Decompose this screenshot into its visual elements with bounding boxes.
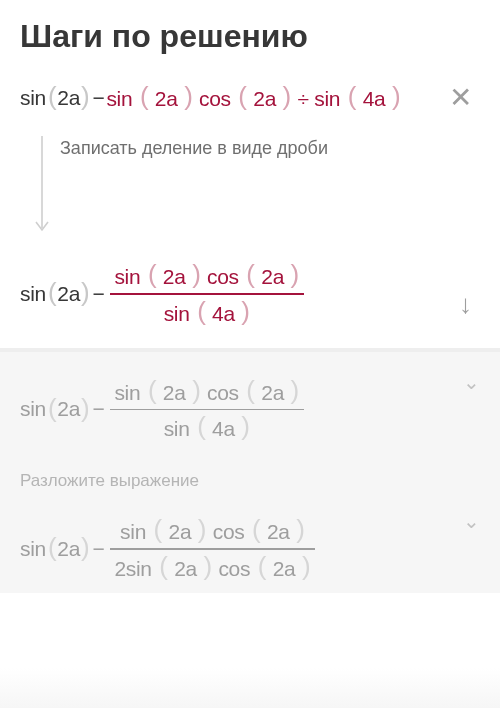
paren-open: ( (147, 375, 157, 405)
sin-fn: sin (114, 265, 140, 288)
arg-2a: 2a (163, 265, 186, 288)
cos-fn: cos (218, 557, 250, 580)
paren-open: ( (196, 411, 206, 441)
fraction-denominator: sin ( 4a ) (160, 410, 255, 445)
close-icon[interactable]: ✕ (441, 77, 480, 118)
paren-close: ) (290, 259, 300, 289)
chevron-down-icon[interactable]: ⌄ (463, 370, 480, 394)
arg-2a: 2a (155, 87, 178, 110)
step-description: Записать деление в виде дроби (56, 136, 328, 159)
arg-2a: 2a (273, 557, 296, 580)
paren-open: ( (251, 514, 261, 544)
step-block-1: sin ( 2a ) − sin ( 2a ) cos ( 2a ) ÷ sin… (0, 77, 500, 348)
future-expression-1: sin ( 2a ) − sin ( 2a ) cos ( 2a ) sin (… (20, 374, 480, 446)
fraction-numerator: sin ( 2a ) cos ( 2a ) (110, 258, 304, 293)
paren-close: ) (240, 296, 250, 326)
paren-close: ) (282, 81, 292, 111)
cos-fn: cos (207, 381, 239, 404)
minus-sign: − (92, 282, 104, 306)
paren-open: ( (47, 277, 57, 308)
paren-close: ) (391, 81, 401, 111)
paren-close: ) (203, 551, 213, 581)
arg-2a: 2a (57, 537, 80, 561)
sin-fn: sin (164, 417, 190, 440)
arg-2a: 2a (174, 557, 197, 580)
arg-2a: 2a (261, 381, 284, 404)
paren-close: ) (197, 514, 207, 544)
expression-row-initial: sin ( 2a ) − sin ( 2a ) cos ( 2a ) ÷ sin… (20, 77, 480, 118)
paren-open: ( (147, 259, 157, 289)
division-sign: ÷ (297, 87, 308, 110)
arg-2a: 2a (261, 265, 284, 288)
paren-open: ( (47, 393, 57, 424)
fraction: sin ( 2a ) cos ( 2a ) sin ( 4a ) (110, 258, 304, 330)
arg-4a: 4a (212, 302, 235, 325)
paren-close: ) (240, 411, 250, 441)
fraction-denominator: 2sin ( 2a ) cos ( 2a ) (110, 550, 315, 585)
paren-close: ) (295, 514, 305, 544)
future-expression-2: sin ( 2a ) − sin ( 2a ) cos ( 2a ) 2sin … (20, 513, 480, 593)
arg-2a: 2a (267, 520, 290, 543)
minus-sign: − (92, 397, 104, 421)
paren-close: ) (290, 375, 300, 405)
paren-close: ) (191, 259, 201, 289)
paren-open: ( (245, 375, 255, 405)
paren-open: ( (347, 81, 357, 111)
fraction-numerator: sin ( 2a ) cos ( 2a ) (116, 513, 310, 548)
sin-fn: sin (314, 87, 340, 110)
initial-expression: sin ( 2a ) − sin ( 2a ) cos ( 2a ) ÷ sin… (20, 82, 401, 113)
chevron-down-icon[interactable]: ⌄ (463, 509, 480, 533)
two-sin: 2sin (114, 557, 151, 580)
paren-open: ( (153, 514, 163, 544)
paren-open: ( (196, 296, 206, 326)
arg-2a: 2a (57, 282, 80, 306)
result-expression: sin ( 2a ) − sin ( 2a ) cos ( 2a ) (20, 258, 308, 330)
arg-2a: 2a (253, 87, 276, 110)
paren-open: ( (47, 532, 57, 563)
paren-close: ) (301, 551, 311, 581)
paren-open: ( (257, 551, 267, 581)
sin-fn: sin (20, 397, 46, 421)
fraction-numerator: sin ( 2a ) cos ( 2a ) (110, 374, 304, 409)
future-step-description: Разложите выражение (20, 471, 480, 491)
arg-4a: 4a (212, 417, 235, 440)
down-arrow-icon (28, 136, 56, 236)
future-steps-block: ⌄ sin ( 2a ) − sin ( 2a ) cos ( 2a ) sin… (0, 352, 500, 593)
arg-2a: 2a (163, 381, 186, 404)
sin-fn: sin (20, 537, 46, 561)
arg-2a: 2a (57, 86, 80, 110)
minus-sign: − (92, 86, 104, 110)
paren-close: ) (191, 375, 201, 405)
highlighted-part: sin ( 2a ) cos ( 2a ) ÷ sin ( 4a ) (106, 82, 401, 113)
cos-fn: cos (199, 87, 231, 110)
step-description-wrap: Записать деление в виде дроби (28, 136, 480, 236)
paren-open: ( (158, 551, 168, 581)
sin-fn: sin (164, 302, 190, 325)
paren-open: ( (139, 81, 149, 111)
sin-fn: sin (20, 86, 46, 110)
paren-open: ( (237, 81, 247, 111)
cos-fn: cos (207, 265, 239, 288)
paren-close: ) (80, 393, 90, 424)
paren-close: ) (80, 277, 90, 308)
sin-fn: sin (106, 87, 132, 110)
arg-2a: 2a (57, 397, 80, 421)
paren-open: ( (245, 259, 255, 289)
cos-fn: cos (213, 520, 245, 543)
minus-sign: − (92, 537, 104, 561)
fraction-denominator: sin ( 4a ) (160, 295, 255, 330)
arg-4a: 4a (363, 87, 386, 110)
expand-down-icon[interactable]: ↓ (451, 285, 480, 324)
fraction: sin ( 2a ) cos ( 2a ) 2sin ( 2a ) cos ( … (110, 513, 315, 585)
sin-fn: sin (20, 282, 46, 306)
arg-2a: 2a (169, 520, 192, 543)
page-title: Шаги по решению (0, 0, 500, 77)
sin-fn: sin (114, 381, 140, 404)
expression-row-result: sin ( 2a ) − sin ( 2a ) cos ( 2a ) (20, 258, 480, 330)
fade-overlay (0, 668, 500, 708)
fraction: sin ( 2a ) cos ( 2a ) sin ( 4a ) (110, 374, 304, 446)
paren-close: ) (80, 532, 90, 563)
paren-close: ) (80, 81, 90, 112)
sin-fn: sin (120, 520, 146, 543)
paren-open: ( (47, 81, 57, 112)
